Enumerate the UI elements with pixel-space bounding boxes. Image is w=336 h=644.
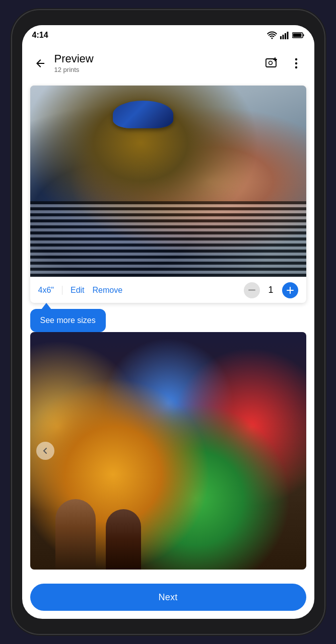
header: Preview 12 prints — [22, 45, 314, 82]
header-title-area: Preview 12 prints — [54, 52, 262, 74]
photo-image-background — [30, 86, 306, 277]
quantity-value: 1 — [266, 285, 276, 295]
signal-icon — [280, 31, 289, 39]
add-photo-button[interactable] — [262, 53, 282, 73]
phone-frame: 4:14 — [12, 10, 324, 634]
svg-rect-14 — [287, 290, 294, 291]
quantity-control: 1 — [244, 282, 298, 298]
photo-image — [30, 86, 306, 277]
page-subtitle: 12 prints — [54, 66, 262, 74]
header-actions — [262, 53, 306, 73]
svg-rect-0 — [280, 36, 282, 39]
second-photo-card — [30, 332, 306, 570]
svg-point-8 — [268, 61, 272, 65]
see-more-sizes-tooltip[interactable]: See more sizes — [30, 309, 106, 332]
photo-action-bar: 4x6" Edit Remove 1 — [30, 277, 306, 303]
page-title: Preview — [54, 52, 262, 65]
remove-button[interactable]: Remove — [93, 286, 123, 295]
back-arrow-icon — [34, 57, 46, 69]
add-photo-icon — [265, 57, 279, 69]
next-button[interactable]: Next — [30, 584, 306, 611]
svg-rect-1 — [282, 35, 284, 39]
status-icons — [267, 31, 304, 39]
second-photo-background — [30, 332, 306, 570]
photo-card: 4x6" Edit Remove 1 — [30, 86, 306, 303]
photo-size-label[interactable]: 4x6" — [38, 286, 62, 295]
more-options-button[interactable] — [286, 53, 306, 73]
minus-icon — [248, 289, 255, 291]
svg-rect-5 — [303, 34, 304, 36]
next-button-container: Next — [22, 578, 314, 619]
wifi-icon — [267, 31, 277, 39]
svg-rect-6 — [293, 34, 301, 37]
svg-rect-12 — [248, 290, 255, 291]
svg-point-11 — [295, 66, 297, 68]
chevron-left-icon — [41, 447, 49, 455]
svg-rect-2 — [285, 33, 286, 39]
plus-icon — [287, 287, 294, 294]
quantity-decrease-button[interactable] — [244, 282, 260, 298]
tooltip-container: See more sizes — [30, 309, 306, 332]
svg-rect-3 — [287, 32, 288, 39]
edit-button[interactable]: Edit — [71, 286, 85, 295]
status-time: 4:14 — [32, 31, 48, 40]
back-button[interactable] — [30, 53, 50, 73]
quantity-increase-button[interactable] — [282, 282, 298, 298]
svg-point-9 — [295, 58, 297, 60]
status-bar: 4:14 — [22, 25, 314, 45]
previous-photo-button[interactable] — [36, 442, 54, 460]
svg-point-10 — [295, 62, 297, 64]
phone-screen: 4:14 — [22, 25, 314, 619]
more-options-icon — [295, 57, 298, 69]
battery-icon — [292, 32, 304, 39]
